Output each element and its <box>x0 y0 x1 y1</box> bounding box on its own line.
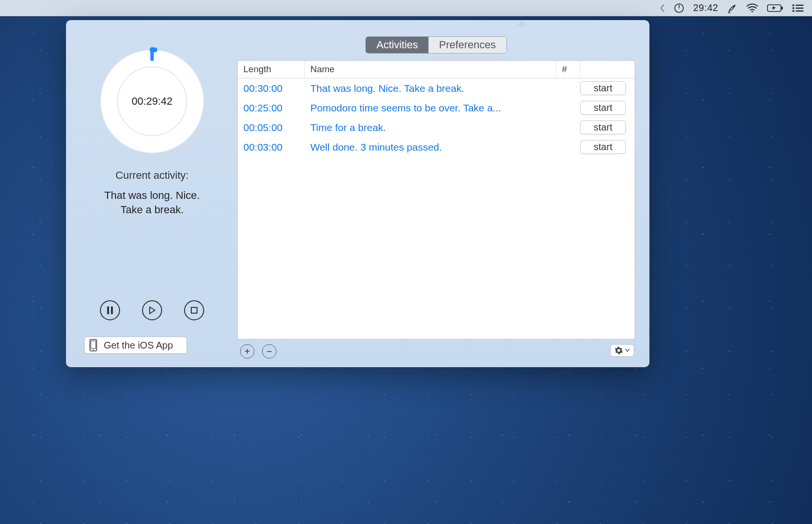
play-button[interactable] <box>142 300 162 320</box>
pause-button[interactable] <box>100 300 120 320</box>
add-remove-controls: + − <box>240 344 635 359</box>
current-line-2: Take a break. <box>104 203 199 217</box>
cell-name: Time for a break. <box>310 122 556 133</box>
ios-button-label: Get the iOS App <box>104 340 173 351</box>
table-body: 00:30:00That was long. Nice. Take a brea… <box>238 78 635 339</box>
column-name[interactable]: Name <box>305 61 556 78</box>
table-row[interactable]: 00:05:00Time for a break.start <box>238 118 635 137</box>
table-row[interactable]: 00:03:00Well done. 3 minutes passed.star… <box>238 137 635 157</box>
svg-rect-18 <box>191 307 197 313</box>
start-button[interactable]: start <box>580 120 626 134</box>
svg-point-2 <box>733 6 734 7</box>
cell-length: 00:30:00 <box>243 83 310 94</box>
cell-length: 00:25:00 <box>243 102 310 114</box>
tab-preferences[interactable]: Preferences <box>428 37 506 53</box>
rocket-icon[interactable] <box>727 3 737 13</box>
current-activity-label: Current activity: <box>116 169 189 182</box>
wifi-icon[interactable] <box>746 3 758 13</box>
chevron-left-icon[interactable] <box>659 4 665 12</box>
timer-time-text: 00:29:42 <box>98 47 207 156</box>
remove-activity-button[interactable]: − <box>262 344 276 359</box>
table-header: Length Name # <box>238 61 635 78</box>
tab-activities[interactable]: Activities <box>366 37 428 53</box>
list-menu-icon[interactable] <box>792 4 803 12</box>
gear-icon <box>614 346 623 355</box>
svg-rect-20 <box>91 341 96 349</box>
play-icon <box>148 306 156 314</box>
timer-ring: 00:29:42 <box>98 47 207 156</box>
tab-bar: Activities Preferences <box>365 36 506 54</box>
svg-point-7 <box>792 7 794 9</box>
settings-menu-button[interactable] <box>610 344 634 357</box>
battery-charging-icon[interactable] <box>767 4 783 12</box>
svg-point-8 <box>792 10 794 12</box>
chevron-down-icon <box>625 349 630 352</box>
phone-icon <box>89 339 97 351</box>
timer-menu-icon[interactable] <box>674 3 684 13</box>
current-activity-text: That was long. Nice. Take a break. <box>104 188 199 217</box>
svg-point-3 <box>751 11 753 12</box>
start-button[interactable]: start <box>580 140 626 154</box>
timer-panel: 00:29:42 Current activity: That was long… <box>80 33 224 359</box>
column-action <box>580 61 635 78</box>
start-button[interactable]: start <box>580 101 626 115</box>
stop-icon <box>191 307 198 314</box>
popover-caret <box>516 15 527 21</box>
activities-panel: Activities Preferences Length Name # 00:… <box>237 33 635 359</box>
table-row[interactable]: 00:30:00That was long. Nice. Take a brea… <box>238 78 635 98</box>
cell-length: 00:03:00 <box>243 142 310 153</box>
svg-rect-16 <box>107 306 109 314</box>
cell-length: 00:05:00 <box>243 122 310 133</box>
menu-bar: 29:42 <box>0 0 812 16</box>
svg-rect-17 <box>111 306 113 314</box>
svg-rect-5 <box>781 7 783 10</box>
table-row[interactable]: 00:25:00Pomodoro time seems to be over. … <box>238 98 635 118</box>
column-hash[interactable]: # <box>556 61 580 78</box>
column-length[interactable]: Length <box>238 61 305 78</box>
cell-name: Well done. 3 minutes passed. <box>310 142 556 153</box>
app-popover: 00:29:42 Current activity: That was long… <box>66 20 649 367</box>
start-button[interactable]: start <box>580 81 626 95</box>
activities-table: Length Name # 00:30:00That was long. Nic… <box>237 60 635 339</box>
pause-icon <box>107 306 113 314</box>
menubar-timer-text[interactable]: 29:42 <box>693 2 718 13</box>
add-activity-button[interactable]: + <box>240 344 254 359</box>
svg-point-21 <box>93 349 94 350</box>
current-line-1: That was long. Nice. <box>104 188 199 203</box>
get-ios-app-button[interactable]: Get the iOS App <box>84 337 187 354</box>
cell-name: Pomodoro time seems to be over. Take a..… <box>310 102 556 114</box>
playback-controls <box>100 300 204 320</box>
svg-point-6 <box>792 4 794 6</box>
stop-button[interactable] <box>184 300 204 320</box>
cell-name: That was long. Nice. Take a break. <box>310 83 556 94</box>
